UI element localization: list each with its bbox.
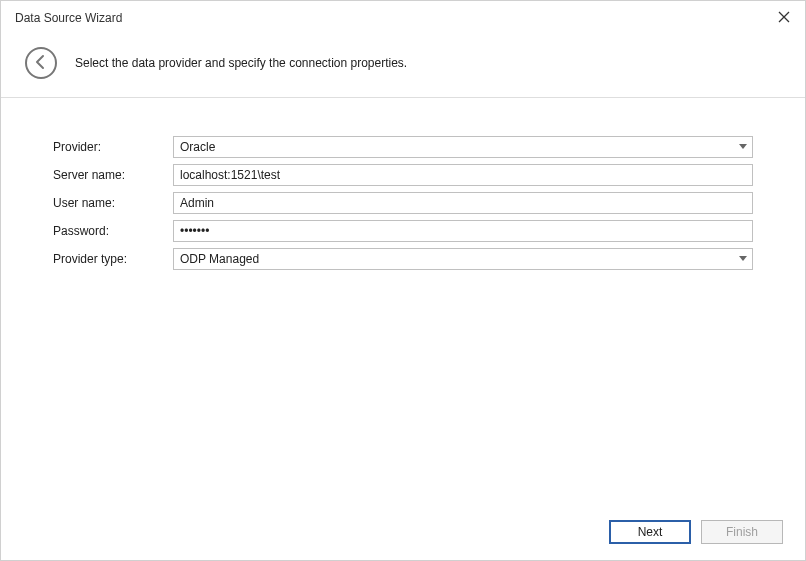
- provider-select-value[interactable]: [173, 136, 753, 158]
- server-row: Server name:: [53, 164, 753, 186]
- form-area: Provider: Server name: User name: Passwo…: [1, 98, 805, 508]
- provider-type-label: Provider type:: [53, 252, 173, 266]
- wizard-header: Select the data provider and specify the…: [1, 35, 805, 98]
- server-input[interactable]: [173, 164, 753, 186]
- finish-button: Finish: [701, 520, 783, 544]
- server-label: Server name:: [53, 168, 173, 182]
- provider-row: Provider:: [53, 136, 753, 158]
- provider-type-row: Provider type:: [53, 248, 753, 270]
- window-title: Data Source Wizard: [15, 11, 122, 25]
- user-label: User name:: [53, 196, 173, 210]
- provider-select[interactable]: [173, 136, 753, 158]
- provider-type-select[interactable]: [173, 248, 753, 270]
- close-icon: [778, 11, 790, 26]
- password-label: Password:: [53, 224, 173, 238]
- password-input[interactable]: [173, 220, 753, 242]
- close-button[interactable]: [775, 9, 793, 27]
- provider-type-select-value[interactable]: [173, 248, 753, 270]
- user-input[interactable]: [173, 192, 753, 214]
- wizard-footer: Next Finish: [1, 508, 805, 560]
- next-button[interactable]: Next: [609, 520, 691, 544]
- user-row: User name:: [53, 192, 753, 214]
- wizard-description: Select the data provider and specify the…: [75, 56, 407, 70]
- back-button[interactable]: [25, 47, 57, 79]
- wizard-window: Data Source Wizard Select the data provi…: [0, 0, 806, 561]
- password-row: Password:: [53, 220, 753, 242]
- title-bar: Data Source Wizard: [1, 1, 805, 35]
- provider-label: Provider:: [53, 140, 173, 154]
- arrow-left-icon: [33, 54, 49, 73]
